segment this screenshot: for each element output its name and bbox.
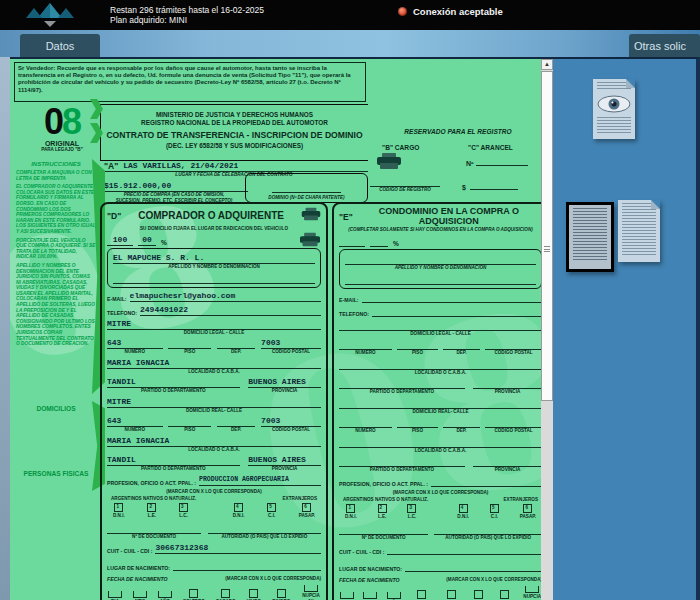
arancel-amount-field[interactable]: $ <box>462 184 518 191</box>
checkbox-divorciado[interactable] <box>277 589 286 598</box>
ano-input[interactable] <box>387 592 401 599</box>
legal-address-numbers: NUMERO PISO DEP. CODIGO POSTAL <box>339 339 542 356</box>
nombre-field-2[interactable] <box>113 275 315 284</box>
piso-field[interactable] <box>397 417 438 428</box>
telefono-field[interactable] <box>372 306 542 317</box>
domicilio-real-calle-field[interactable] <box>339 398 542 409</box>
profesion-field[interactable]: PRODUCCION AGROPECUARIA <box>199 475 321 486</box>
checkbox-divorciado[interactable] <box>500 590 509 599</box>
cargo-number-field[interactable]: Nº <box>466 160 528 167</box>
dominio-field[interactable]: DOMINIO (Nº DE CHAPA PATENTE) <box>245 173 368 203</box>
numero-field[interactable] <box>339 417 392 428</box>
dep-field[interactable] <box>217 338 256 349</box>
domicilio-legal-calle-field[interactable] <box>339 320 542 331</box>
provincia-field[interactable] <box>473 456 542 467</box>
checkbox-pasaporte[interactable]: 6 <box>302 503 311 512</box>
printer-icon[interactable] <box>301 207 321 225</box>
nupcia-input[interactable] <box>525 586 539 593</box>
partido-field[interactable]: TANDIL <box>107 455 240 466</box>
nupcia-input[interactable] <box>304 585 318 592</box>
partido-field[interactable]: TANDIL <box>107 377 240 388</box>
ano-input[interactable] <box>158 591 172 598</box>
vertical-scrollbar[interactable]: ▲ <box>541 57 553 600</box>
percentage-field[interactable]: 100 00 % <box>107 234 321 246</box>
checkbox-lc[interactable]: 3 <box>179 503 188 512</box>
checkbox-le[interactable]: 2 <box>378 504 387 513</box>
registry-code-field[interactable]: CODIGO DE REGISTRO <box>370 180 440 193</box>
numero-field[interactable] <box>339 339 392 350</box>
printer-icon[interactable] <box>376 152 402 174</box>
provincia-field[interactable]: BUENOS AIRES <box>248 377 321 388</box>
email-field[interactable]: elmapuchesrl@yahoo.com <box>130 291 321 302</box>
cuit-field[interactable]: 30667312368 <box>155 543 321 554</box>
mes-input[interactable] <box>363 592 377 599</box>
partido-field[interactable] <box>339 456 465 467</box>
localidad-field[interactable]: MARIA IGNACIA <box>107 358 321 369</box>
domicilio-real-calle-field[interactable]: MITRE <box>107 397 321 408</box>
cp-field[interactable] <box>485 339 542 350</box>
tab-otras-solicitudes[interactable]: Otras solic <box>629 34 700 57</box>
piso-field[interactable] <box>168 416 211 427</box>
cuit-field[interactable] <box>387 544 542 555</box>
cp-field[interactable] <box>485 417 542 428</box>
checkbox-viudo[interactable] <box>249 589 258 598</box>
percentage-field[interactable]: % <box>339 235 542 247</box>
scrollbar-grip <box>544 246 550 253</box>
dia-input[interactable] <box>108 591 122 598</box>
piso-field[interactable] <box>168 338 211 349</box>
checkbox-le[interactable]: 2 <box>147 503 156 512</box>
scroll-up-arrow[interactable]: ▲ <box>541 59 553 70</box>
cp-field[interactable]: 7003 <box>261 416 321 427</box>
form-number: 08 <box>24 105 100 139</box>
dia-input[interactable] <box>340 592 354 599</box>
lugar-nacimiento-field[interactable] <box>405 561 542 572</box>
document-thumbnail-selected[interactable] <box>566 202 614 272</box>
checkbox-pasaporte[interactable]: 6 <box>523 504 532 513</box>
autoridad-field[interactable] <box>208 523 321 534</box>
document-thumbnail-eye[interactable] <box>593 79 635 139</box>
profesion-field[interactable] <box>431 476 542 487</box>
nro-documento-field[interactable] <box>107 523 201 534</box>
provincia-field[interactable] <box>473 378 542 389</box>
lugar-nacimiento-field[interactable] <box>173 560 321 571</box>
autoridad-field[interactable] <box>434 524 542 535</box>
checkbox-dni-ext[interactable]: 4 <box>459 504 468 513</box>
checkbox-dni[interactable]: 1 <box>346 504 355 513</box>
printer-icon[interactable] <box>299 232 321 251</box>
dep-field[interactable] <box>443 339 480 350</box>
checkbox-ci[interactable]: 5 <box>267 503 276 512</box>
checkbox-lc[interactable]: 3 <box>407 504 416 513</box>
partido-field[interactable] <box>339 378 465 389</box>
domicilio-legal-calle-field[interactable]: MITRE <box>107 319 321 330</box>
checkbox-soltero[interactable] <box>417 590 426 599</box>
piso-field[interactable] <box>397 339 438 350</box>
numero-field[interactable]: 643 <box>107 416 163 427</box>
localidad-field[interactable] <box>339 359 542 370</box>
document-thumbnail[interactable] <box>618 200 660 262</box>
checkbox-viudo[interactable] <box>474 590 483 599</box>
checkbox-dni[interactable]: 1 <box>114 503 123 512</box>
checkbox-ci[interactable]: 5 <box>490 504 499 513</box>
nombre-field[interactable]: EL MAPUCHE S. R. L. <box>113 253 315 264</box>
tab-datos[interactable]: Datos <box>20 34 100 57</box>
checkbox-casado[interactable] <box>447 590 456 599</box>
checkbox-dni-ext[interactable]: 4 <box>234 503 243 512</box>
checkbox-soltero[interactable] <box>189 589 198 598</box>
telefono-field[interactable]: 2494491022 <box>140 305 321 316</box>
localidad-field[interactable]: MARIA IGNACIA <box>107 436 321 447</box>
scrollbar-thumb[interactable] <box>541 71 553 401</box>
price-field[interactable]: $15.912.000,00 PRECIO DE COMPRA (EN CASO… <box>100 181 248 203</box>
form-canvas: 08 08 Sr Vendedor: Recuerde que es respo… <box>10 57 551 600</box>
provincia-field[interactable]: BUENOS AIRES <box>248 455 321 466</box>
cp-field[interactable]: 7003 <box>261 338 321 349</box>
email-field[interactable] <box>362 292 542 303</box>
checkbox-casado[interactable] <box>221 589 230 598</box>
localidad-field[interactable] <box>339 437 542 448</box>
nombre-field-2[interactable] <box>345 276 536 285</box>
mes-input[interactable] <box>133 591 147 598</box>
nombre-field[interactable] <box>345 254 536 265</box>
numero-field[interactable]: 643 <box>107 338 163 349</box>
dep-field[interactable] <box>217 416 256 427</box>
dep-field[interactable] <box>443 417 480 428</box>
nro-documento-field[interactable] <box>339 524 428 535</box>
